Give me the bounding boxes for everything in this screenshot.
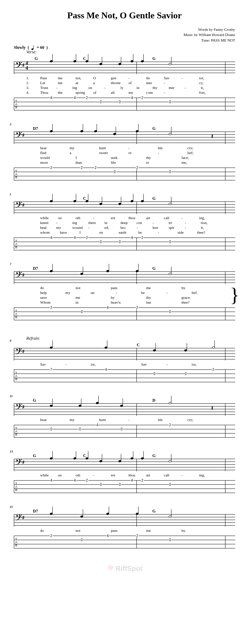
tab-staff: TAB44200420 — [14, 98, 235, 111]
chord-row: 9C — [14, 342, 235, 347]
chord-symbol: G — [35, 56, 38, 61]
lyric-syllable: call — [164, 216, 169, 220]
watermark: RiffSpot — [14, 564, 235, 573]
lyric-syllable: - — [128, 146, 130, 150]
lyric-syllable: deep — [121, 221, 128, 225]
tab-fret-number: 0 — [80, 538, 83, 542]
lyric-syllable: - — [164, 90, 165, 95]
tab-fret-number: 2 — [50, 166, 53, 170]
lyric-syllable: of — [93, 90, 96, 95]
chord-symbol: G — [152, 509, 155, 514]
lyric-syllable: I — [75, 155, 77, 160]
lyric-syllable: ers — [111, 216, 115, 220]
key-signature: ♯ — [22, 272, 25, 278]
chord-symbol: G — [152, 56, 155, 61]
chord-symbol: G — [33, 398, 36, 403]
lyric-syllable: - — [181, 216, 183, 220]
lyric-syllable: it, — [201, 86, 204, 90]
tab-fret-number: 2 — [94, 166, 97, 170]
lyric-syllable: fort, — [199, 90, 206, 95]
music-staff: 𝄢♯𝄽 — [14, 403, 235, 416]
lyric-syllable: side — [178, 230, 184, 234]
lyric-syllable: do — [40, 286, 44, 290]
tab-fret-number: 4 — [50, 96, 53, 100]
lyric-syllable: tri — [169, 221, 172, 225]
lyric-line: hearmyhum-blecry; — [26, 145, 235, 150]
tab-fret-number: 0 — [118, 240, 121, 244]
music-staff: 𝄢♯ — [14, 271, 235, 284]
key-signature: ♯ — [22, 202, 25, 208]
lyric-syllable: me — [146, 286, 151, 290]
lyric-syllable: Let — [40, 81, 45, 85]
lyric-syllable: thee? — [181, 300, 189, 304]
lyric-syllable: to — [146, 160, 149, 164]
chord-row: 3D7G — [14, 126, 235, 131]
lyric-syllable: ing — [72, 86, 77, 90]
lyric-syllable: call — [164, 473, 169, 477]
lyric-syllable: help — [40, 290, 47, 295]
song-title: Pass Me Not, O Gentle Savior — [14, 10, 235, 21]
lyric-syllable: life — [111, 160, 116, 164]
music-system: 5CG𝄢♯whileonoth-ersthouartcall-ing,kneel… — [14, 196, 235, 251]
bass-clef-icon: 𝄢 — [15, 347, 23, 358]
lyrics-block: whileonoth-ersthouartcall-ing,kneel-ingt… — [14, 215, 235, 235]
tab-fret-number: 4 — [131, 96, 133, 100]
lyric-syllable: spir — [169, 225, 175, 230]
lyric-syllable: find — [40, 151, 46, 155]
lyric-syllable: - — [104, 86, 106, 90]
key-signature: ♯ — [22, 62, 25, 68]
chord-symbol: D — [152, 398, 155, 403]
bass-clef-icon: 𝄢 — [15, 402, 23, 413]
lyric-syllable: tion, — [201, 221, 208, 225]
lyric-syllable: spring — [75, 90, 85, 95]
lyric-syllable: me — [58, 76, 62, 80]
lyric-syllable: art — [146, 216, 150, 220]
chord-symbol: G — [152, 196, 155, 201]
key-signature: ♯ — [22, 404, 25, 410]
measure-number: 9 — [10, 339, 11, 342]
lyric-syllable: Thou — [40, 90, 48, 95]
lyric-syllable: - — [166, 362, 168, 366]
lyric-syllable: there — [88, 221, 96, 225]
tab-fret-number: 2 — [212, 368, 215, 372]
music-system: GCG𝄢♯441.Passmenot,Ogen-tleSav-ior,2.Let… — [14, 56, 235, 111]
lyric-syllable: - — [164, 81, 165, 85]
lyric-syllable: - — [93, 216, 95, 220]
music-staff: 𝄢♯ — [14, 348, 235, 360]
tab-fret-number: 2 — [136, 534, 139, 538]
tab-staff: TAB20420 — [14, 307, 235, 321]
measure-number: 11 — [10, 394, 13, 398]
verse-number: 3. — [26, 86, 33, 90]
tab-fret-number: 4 — [73, 96, 76, 100]
section-verse-label: Verse: — [14, 50, 235, 55]
lyric-syllable: hum — [99, 146, 106, 150]
tab-fret-number: 2 — [80, 166, 83, 170]
lyric-syllable: Sav — [40, 362, 46, 366]
lyric-line: donotpassmeby. — [26, 528, 235, 533]
key-signature: ♯ — [22, 515, 25, 521]
lyric-syllable: not — [75, 286, 80, 290]
tab-fret-number: 0 — [120, 427, 123, 431]
lyric-syllable: seek — [111, 155, 118, 160]
bass-clef-icon: 𝄢 — [15, 61, 23, 72]
tab-fret-number: 0 — [50, 427, 53, 431]
bass-clef-icon: 𝄢 — [15, 458, 23, 469]
lyric-line: 1.Passmenot,Ogen-tleSav-ior, — [26, 75, 235, 80]
key-signature: ♯ — [22, 349, 25, 355]
bass-clef-icon: 𝄢 — [15, 131, 23, 142]
lyric-syllable: - — [128, 418, 130, 422]
tab-fret-number: 4 — [96, 423, 99, 427]
lyric-syllable: would — [40, 155, 50, 160]
tab-fret-number: 4 — [106, 306, 109, 310]
lyric-syllable: - — [158, 151, 159, 155]
lyric-syllable: - — [128, 76, 130, 80]
lyric-syllable: ior, — [192, 362, 197, 366]
lyric-syllable: Pass — [40, 76, 47, 80]
tab-fret-number: 2 — [86, 478, 88, 482]
lyric-syllable: - — [185, 221, 186, 225]
music-staff: 𝄢♯𝄽 — [14, 132, 235, 144]
tab-fret-number: 0 — [169, 310, 171, 314]
lyric-syllable: me — [75, 295, 80, 299]
lyric-syllable: - — [88, 225, 90, 230]
credit-words: Words by Fanny Crosby — [14, 27, 235, 32]
